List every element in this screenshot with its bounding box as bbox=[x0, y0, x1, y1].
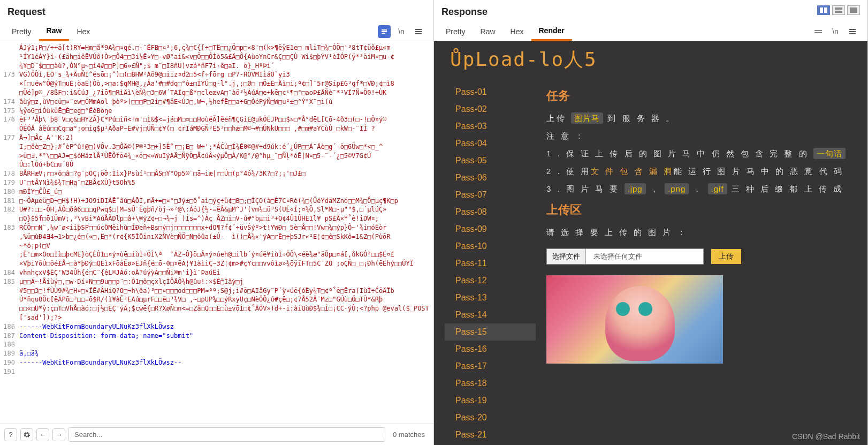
tab-render[interactable]: Render bbox=[531, 22, 572, 41]
svg-rect-3 bbox=[415, 29, 422, 30]
line-text: âùý□z,ùV□cü□¤¨ew□ÓMmAol þòº>(□□□P□2i□#¶ä… bbox=[19, 97, 433, 107]
watermark: CSDN @Sad Rabbit bbox=[792, 432, 860, 441]
tab-hex[interactable]: Hex bbox=[69, 23, 97, 40]
line-text: ------WebKitFormBoundaryULNuKz3flXkLÖwsz bbox=[19, 322, 433, 331]
line-text: □□«□U*ỷ:ç□T□VhÅ□àó:□j½□ĒÇ¯ýÄ;$cwē{□R?XøÑ… bbox=[19, 304, 433, 322]
tab-raw[interactable]: Raw bbox=[39, 22, 70, 41]
request-raw-body[interactable]: ÁJý1¡P□/÷+ä[t)R¥=Hm□ã*9A¾□¤qé.□-¨ËFB□¤³;… bbox=[0, 41, 433, 424]
request-title: Request bbox=[0, 0, 433, 22]
view-single-icon[interactable] bbox=[847, 5, 860, 15]
expand-icon[interactable] bbox=[812, 25, 825, 38]
sidebar-item-pass-04[interactable]: Pass-04 bbox=[445, 135, 536, 152]
line-text: RĈÔ□□N¨,¼w¨ø<iịþSP□□úcŌMëihù□ÍÐeñ÷Bs□ý□j… bbox=[19, 223, 433, 232]
svg-rect-15 bbox=[849, 33, 856, 34]
sidebar-item-pass-20[interactable]: Pass-20 bbox=[445, 409, 536, 426]
sidebar-item-pass-21[interactable]: Pass-21 bbox=[445, 426, 536, 443]
tab-raw-resp[interactable]: Raw bbox=[473, 23, 503, 40]
line-text: ~*ó¡p(□V bbox=[19, 242, 433, 251]
line-text: Ä¬]□Å¢_A''K:2) bbox=[19, 133, 433, 142]
sidebar-item-pass-18[interactable]: Pass-18 bbox=[445, 375, 536, 392]
line-number bbox=[0, 242, 19, 251]
next-icon[interactable]: → bbox=[52, 428, 65, 441]
sidebar-item-pass-17[interactable]: Pass-17 bbox=[445, 358, 536, 375]
newline-resp-icon[interactable]: \n bbox=[829, 25, 842, 38]
svg-rect-14 bbox=[849, 31, 856, 32]
line-text: ÁJý1¡P□/÷+ä[t)R¥=Hm□ã*9A¾□¤qé.□-¨ËFB□¤³;… bbox=[19, 43, 433, 52]
render-body: ŮpLoad-lo人5 Pass-01Pass-02Pass-03Pass-04… bbox=[434, 41, 867, 445]
line-number: 188 bbox=[0, 340, 19, 349]
line-number bbox=[0, 259, 19, 268]
line-number bbox=[0, 160, 19, 169]
line-number bbox=[0, 79, 19, 88]
line-text: BÅRHæV¡r□×ŏ□â□?g¨pŌÇ¡öỡ:Ììx}Psùí¹□□ÅS□Y°… bbox=[19, 169, 433, 178]
search-input[interactable] bbox=[68, 427, 385, 442]
line-number: 189 bbox=[0, 349, 19, 358]
request-tabs: Pretty Raw Hex \n bbox=[0, 22, 433, 41]
actions-icon[interactable] bbox=[378, 25, 391, 38]
upload-button[interactable]: 上传 bbox=[711, 249, 741, 264]
tab-pretty-resp[interactable]: Pretty bbox=[438, 23, 473, 40]
response-title: Response bbox=[434, 0, 495, 22]
response-pane: Response Pretty Raw Hex Render \n bbox=[434, 0, 868, 445]
line-text: ä,□ä¾ bbox=[19, 349, 433, 358]
line-number: 181 bbox=[0, 197, 19, 206]
newline-icon[interactable]: \n bbox=[395, 25, 408, 38]
sidebar-item-pass-12[interactable]: Pass-12 bbox=[445, 272, 536, 289]
svg-rect-5 bbox=[415, 33, 422, 34]
task-title: 任务 bbox=[546, 88, 846, 104]
tab-pretty[interactable]: Pretty bbox=[4, 23, 39, 40]
line-number: 182 bbox=[0, 205, 19, 214]
sidebar-item-pass-07[interactable]: Pass-07 bbox=[445, 186, 536, 203]
line-number: 187 bbox=[0, 331, 19, 341]
sidebar-item-pass-11[interactable]: Pass-11 bbox=[445, 255, 536, 272]
svg-rect-10 bbox=[850, 7, 857, 13]
line-text: Content-Disposition: form-data; name="su… bbox=[19, 331, 433, 341]
line-number: 179 bbox=[0, 178, 19, 187]
view-horiz-icon[interactable] bbox=[832, 5, 845, 15]
svg-rect-12 bbox=[814, 32, 822, 33]
sidebar-item-pass-05[interactable]: Pass-05 bbox=[445, 152, 536, 169]
line-text bbox=[19, 367, 433, 376]
sidebar-item-pass-10[interactable]: Pass-10 bbox=[445, 238, 536, 255]
sidebar-item-pass-15[interactable]: Pass-15 bbox=[445, 323, 536, 341]
line-number bbox=[0, 88, 19, 97]
preview-image bbox=[546, 275, 723, 364]
sidebar-item-pass-01[interactable]: Pass-01 bbox=[445, 84, 536, 101]
sidebar-item-pass-09[interactable]: Pass-09 bbox=[445, 221, 536, 238]
choose-file-button[interactable]: 选择文件 bbox=[546, 248, 586, 265]
line-text: □Üé]p®_/8ßF□:i&ĊúJ_¿7iō¶□RìÄì\èÑ¾□3□6W´T… bbox=[19, 88, 433, 97]
line-text: ¼ỷoG□iÓùküĒ□É□eg□°ËèBöŋe bbox=[19, 107, 433, 116]
line-text: U¨□tÅYNì¾$¾T□Hą¨□ZBÅ¢XÙ}t5Oh%5 bbox=[19, 178, 433, 187]
task-item-3: 3 . 图 片 马 要 .jpg ， .png ， .gif 三 种 后 缀 都… bbox=[546, 184, 846, 194]
tab-hex-resp[interactable]: Hex bbox=[503, 23, 531, 40]
line-number bbox=[0, 250, 19, 259]
sidebar-item-pass-16[interactable]: Pass-16 bbox=[445, 341, 536, 358]
sidebar-item-pass-14[interactable]: Pass-14 bbox=[445, 306, 536, 323]
sidebar-item-pass-03[interactable]: Pass-03 bbox=[445, 118, 536, 135]
sidebar-item-pass-08[interactable]: Pass-08 bbox=[445, 203, 536, 221]
sidebar-item-pass-13[interactable]: Pass-13 bbox=[445, 289, 536, 306]
menu-resp-icon[interactable] bbox=[846, 25, 859, 38]
task-note: 注 意 ： bbox=[546, 131, 846, 141]
sidebar-item-pass-19[interactable]: Pass-19 bbox=[445, 392, 536, 409]
line-number bbox=[0, 52, 19, 62]
line-number bbox=[0, 295, 19, 304]
line-number bbox=[0, 214, 19, 223]
line-text: vhnhçxV$ĒÇ'W34Ûh{é□C¨{êL®JÁó:oÄ?úýỳÁ□□Ñi… bbox=[19, 268, 433, 277]
challenge-sidebar: Pass-01Pass-02Pass-03Pass-04Pass-05Pass-… bbox=[445, 78, 536, 443]
prev-icon[interactable]: ← bbox=[36, 428, 49, 441]
sidebar-item-pass-02[interactable]: Pass-02 bbox=[445, 101, 536, 118]
line-text: «VþiYõÚ□ôé£Å~□à*þĐý□QEìxFōảẼø»EJñ{é□ō-0□… bbox=[19, 259, 433, 268]
sidebar-item-pass-06[interactable]: Pass-06 bbox=[445, 169, 536, 186]
file-row: 选择文件 未选择任何文件 上传 bbox=[546, 248, 846, 265]
help-icon[interactable]: ? bbox=[4, 428, 17, 441]
gear-icon[interactable] bbox=[20, 428, 33, 441]
line-number bbox=[0, 62, 19, 71]
svg-rect-0 bbox=[382, 29, 387, 31]
upload-prompt: 请 选 择 要 上 传 的 图 片 ： bbox=[546, 228, 846, 238]
line-number: 191 bbox=[0, 367, 19, 376]
menu-icon[interactable] bbox=[412, 25, 425, 38]
line-text: ;Ë'□m×Oo□Iì□þcME}òÇÈÓ1□¤ý¤ùē□iùÌ÷ŌÌ\ª ¨Á… bbox=[19, 250, 433, 259]
tag-imgshell: 图片马 bbox=[571, 112, 603, 124]
view-split-icon[interactable] bbox=[817, 5, 830, 15]
